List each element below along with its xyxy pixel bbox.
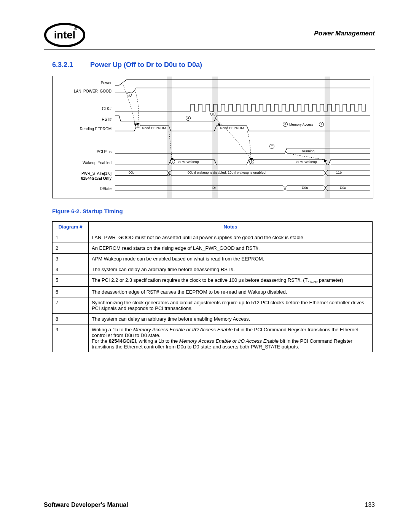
table-header-diagram: Diagram #: [53, 222, 89, 232]
note-text: APM Wakeup mode can be enabled based on …: [89, 254, 373, 264]
running-label: Running: [302, 149, 315, 153]
marker-4: 4: [186, 116, 191, 121]
note-text: The system can delay an arbitrary time b…: [89, 264, 373, 275]
signal-label-eeprom: Reading EEPROM: [80, 127, 112, 131]
section-title: Power Up (Off to Dr to D0u to D0a): [90, 61, 202, 69]
diagram-number: 8: [53, 313, 89, 324]
note-text: Synchronizing the clock generators and c…: [89, 297, 373, 313]
rst-trace: [115, 114, 370, 123]
wakeup-trace: [115, 158, 370, 166]
note-text: An EEPROM read starts on the rising edge…: [89, 243, 373, 254]
note-text: The PCI 2.2 or 2.3 specification require…: [89, 275, 373, 287]
footer-title: Software Developer's Manual: [44, 502, 128, 508]
signal-label-pcipins: PCI Pins: [97, 150, 112, 154]
signal-label-rst: RST#: [102, 117, 112, 121]
marker-5: 5: [210, 111, 215, 116]
diagram-number: 4: [53, 264, 89, 275]
marker-7: 7: [269, 144, 274, 149]
pcipins-trace: [115, 147, 370, 155]
pwr-11b-label: 11b: [336, 171, 342, 174]
read-eeprom-label-1: Read EEPROM: [142, 126, 166, 130]
section-heading: 6.3.2.1 Power Up (Off to Dr to D0u to D0…: [52, 61, 375, 69]
diagram-number: 6: [53, 286, 89, 297]
table-row: 3APM Wakeup mode can be enabled based on…: [53, 254, 373, 264]
dstate-trace: [115, 184, 370, 192]
lanpwrgood-trace: [115, 87, 370, 95]
figure-caption: Figure 6-2. Startup Timing: [52, 208, 375, 214]
apm-wakeup-label-1: APM Wakeup: [178, 160, 199, 164]
read-eeprom-label-2: Read EEPROM: [220, 126, 244, 130]
diagram-number: 9: [53, 324, 89, 352]
signal-label-dstate: DState: [100, 187, 112, 191]
signal-label-clk: CLK#: [102, 107, 112, 111]
d0a-label: D0a: [340, 186, 346, 190]
note-text: Writing a 1b to the Memory Access Enable…: [89, 324, 373, 352]
marker-9: 9: [319, 122, 324, 127]
table-row: 1LAN_PWR_GOOD must not be asserted until…: [53, 232, 373, 243]
table-header-notes: Notes: [89, 222, 373, 232]
table-row: 4The system can delay an arbitrary time …: [53, 264, 373, 275]
table-row: 7Synchronizing the clock generators and …: [53, 297, 373, 313]
table-row: 6The deassertion edge of RST# causes the…: [53, 286, 373, 297]
apm-wakeup-label-2: APM Wakeup: [296, 160, 317, 164]
memory-access-label: Memory Access: [289, 123, 314, 126]
table-row: 5The PCI 2.2 or 2.3 specification requir…: [53, 275, 373, 287]
notes-table: Diagram # Notes 1LAN_PWR_GOOD must not b…: [52, 221, 373, 352]
svg-text:intel: intel: [54, 29, 76, 41]
diagram-number: 3: [53, 254, 89, 264]
chapter-title: Power Management: [314, 30, 375, 37]
signal-label-lanpwrgood: LAN_POWER_GOOD: [74, 89, 112, 93]
marker-6: 6: [249, 159, 254, 164]
marker-2: 2: [135, 123, 140, 128]
pwr-mid-label: 00b if wakeup is disabled, 10b if wakeup…: [188, 171, 266, 174]
diagram-number: 5: [53, 275, 89, 287]
note-text: The system can delay an arbitrary time b…: [89, 313, 373, 324]
marker-1: 1: [127, 92, 132, 97]
section-number: 6.3.2.1: [52, 61, 73, 69]
note-text: LAN_PWR_GOOD must not be asserted until …: [89, 232, 373, 243]
diagram-number: 7: [53, 297, 89, 313]
diagram-number: 1: [53, 232, 89, 243]
dr-label: Dr: [212, 186, 216, 190]
diagram-number: 2: [53, 243, 89, 254]
table-row: 9Writing a 1b to the Memory Access Enabl…: [53, 324, 373, 352]
clk-trace: [115, 103, 370, 113]
signal-label-82544: 82544GC/EI Only: [81, 176, 112, 181]
table-row: 8The system can delay an arbitrary time …: [53, 313, 373, 324]
marker-8: 8: [283, 122, 288, 127]
pwr-00b-label: 00b: [129, 171, 134, 174]
table-row: 2An EEPROM read starts on the rising edg…: [53, 243, 373, 254]
power-trace: [115, 78, 370, 87]
d0u-label: D0u: [302, 186, 308, 190]
marker-3: 3: [170, 159, 175, 164]
intel-logo-icon: intel R: [44, 21, 86, 49]
page-number: 133: [365, 502, 375, 508]
timing-diagram: Power LAN_POWER_GOOD CLK# RST# Reading E…: [52, 76, 373, 198]
note-text: The deassertion edge of RST# causes the …: [89, 286, 373, 297]
signal-label-power: Power: [101, 81, 112, 85]
signal-label-pwrstate: PWR_STATE[1:0]: [81, 171, 112, 176]
signal-label-wakeup: Wakeup Enabled: [83, 161, 112, 165]
